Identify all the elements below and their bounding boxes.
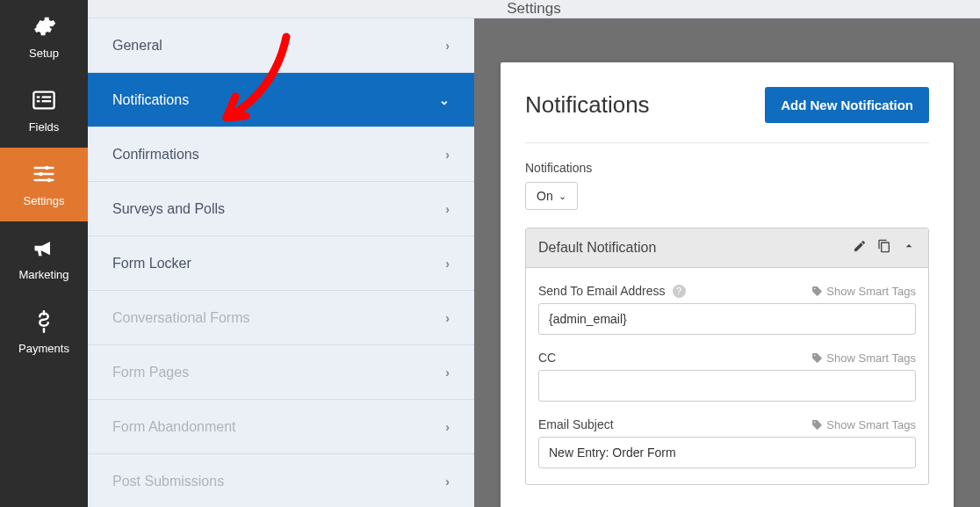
- panel-title: Notifications: [525, 91, 650, 119]
- smart-tags-toggle[interactable]: Show Smart Tags: [811, 418, 916, 431]
- notifications-panel: Notifications Add New Notification Notif…: [501, 62, 954, 507]
- submenu-item-label: Conversational Forms: [112, 310, 250, 326]
- notifications-toggle-select[interactable]: On ⌄: [525, 182, 578, 210]
- subject-label: Email Subject: [538, 417, 614, 431]
- sidebar-item-fields[interactable]: Fields: [0, 74, 88, 148]
- notification-card-title: Default Notification: [538, 240, 656, 256]
- sidebar-item-marketing[interactable]: Marketing: [0, 221, 88, 295]
- help-icon[interactable]: ?: [673, 285, 686, 298]
- chevron-down-icon: ⌄: [439, 93, 450, 107]
- submenu-item-postsubmit[interactable]: Post Submissions ›: [88, 454, 474, 507]
- sidebar-item-payments[interactable]: Payments: [0, 295, 88, 369]
- submenu-item-label: Form Abandonment: [112, 419, 236, 435]
- cc-input[interactable]: [538, 370, 916, 402]
- chevron-right-icon: ›: [445, 257, 450, 271]
- svg-point-6: [39, 172, 43, 177]
- list-icon: [32, 88, 56, 116]
- submenu-item-label: Post Submissions: [112, 474, 224, 489]
- sidebar-item-settings[interactable]: Settings: [0, 148, 88, 221]
- submenu-item-formlocker[interactable]: Form Locker ›: [88, 236, 474, 291]
- edit-icon[interactable]: [853, 239, 867, 257]
- page-title: Settings: [507, 0, 560, 18]
- submenu-item-surveys[interactable]: Surveys and Polls ›: [88, 182, 474, 236]
- submenu-item-abandonment[interactable]: Form Abandonment ›: [88, 400, 474, 454]
- submenu-item-label: General: [112, 38, 162, 54]
- submenu-item-formpages[interactable]: Form Pages ›: [88, 345, 474, 400]
- bullhorn-icon: [32, 235, 56, 264]
- sidebar-item-label: Payments: [18, 342, 69, 355]
- chevron-down-icon: ⌄: [558, 191, 566, 202]
- sidebar-item-setup[interactable]: Setup: [0, 0, 88, 74]
- copy-icon[interactable]: [877, 239, 891, 257]
- smart-tags-toggle[interactable]: Show Smart Tags: [811, 285, 916, 298]
- svg-rect-4: [42, 100, 51, 102]
- submenu-item-label: Surveys and Polls: [112, 201, 225, 217]
- svg-rect-1: [37, 96, 40, 98]
- cc-label: CC: [538, 351, 556, 365]
- svg-point-5: [45, 166, 49, 170]
- submenu-item-notifications[interactable]: Notifications ⌄: [88, 73, 474, 127]
- submenu-item-label: Form Locker: [112, 256, 191, 272]
- sidebar-item-label: Fields: [29, 120, 60, 134]
- sidebar-item-label: Settings: [24, 194, 65, 207]
- sendto-label: Send To Email Address: [538, 284, 666, 298]
- smart-tags-toggle[interactable]: Show Smart Tags: [811, 351, 916, 365]
- sidebar-item-label: Marketing: [18, 268, 68, 281]
- submenu-item-confirmations[interactable]: Confirmations ›: [88, 127, 474, 182]
- submenu-item-conversational[interactable]: Conversational Forms ›: [88, 291, 474, 345]
- chevron-right-icon: ›: [445, 311, 450, 325]
- notification-card: Default Notification Send To Email Addre…: [525, 228, 929, 485]
- sidebar: Setup Fields Settings Marketing Payments: [0, 0, 88, 507]
- submenu-item-label: Confirmations: [112, 147, 199, 163]
- submenu-item-label: Form Pages: [112, 365, 189, 380]
- gear-icon: [32, 14, 56, 42]
- submenu-item-label: Notifications: [112, 92, 189, 108]
- chevron-right-icon: ›: [445, 148, 450, 162]
- svg-point-7: [47, 178, 52, 183]
- svg-rect-2: [42, 96, 51, 98]
- svg-rect-3: [37, 100, 40, 102]
- chevron-right-icon: ›: [445, 39, 450, 53]
- add-notification-button[interactable]: Add New Notification: [765, 87, 929, 123]
- dollar-icon: [32, 309, 56, 337]
- settings-submenu: General › Notifications ⌄ Confirmations …: [88, 18, 474, 507]
- sliders-icon: [32, 162, 56, 190]
- collapse-icon[interactable]: [902, 239, 916, 257]
- notifications-toggle-label: Notifications: [525, 161, 929, 175]
- chevron-right-icon: ›: [445, 366, 450, 380]
- select-value: On: [537, 189, 553, 203]
- chevron-right-icon: ›: [445, 202, 450, 216]
- chevron-right-icon: ›: [445, 474, 450, 489]
- submenu-item-general[interactable]: General ›: [88, 18, 474, 73]
- sidebar-item-label: Setup: [29, 47, 59, 60]
- chevron-right-icon: ›: [445, 420, 450, 434]
- page-header: Settings: [88, 0, 980, 18]
- subject-input[interactable]: [538, 437, 916, 468]
- sendto-input[interactable]: [538, 303, 916, 335]
